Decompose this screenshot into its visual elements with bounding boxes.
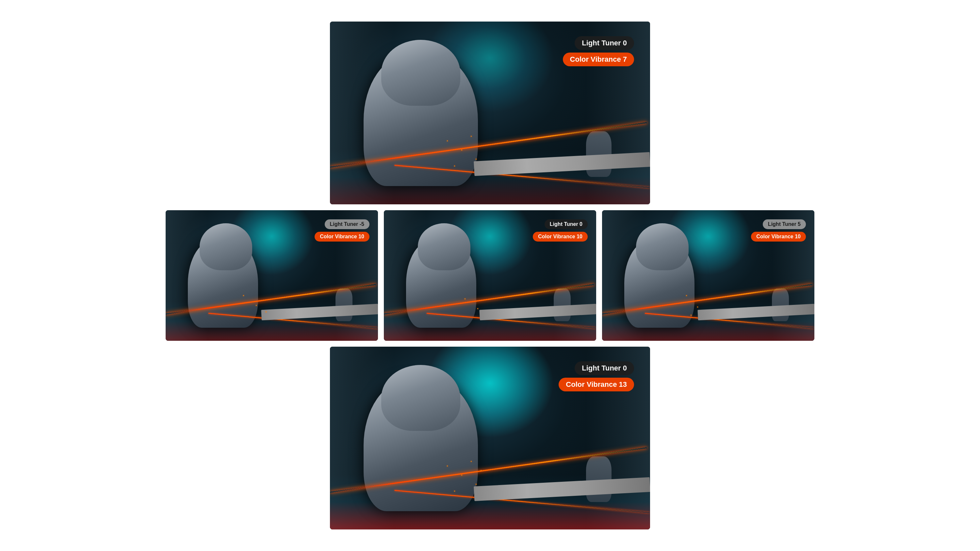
game-background: Light Tuner 0 Color Vibrance 7 xyxy=(330,22,650,204)
light-tuner-label: Light Tuner -5 xyxy=(330,221,364,227)
card-badges: Light Tuner 0 Color Vibrance 10 xyxy=(533,219,588,241)
spark-2 xyxy=(461,475,462,476)
top-row: Light Tuner 0 Color Vibrance 7 xyxy=(330,22,650,204)
creature-head xyxy=(381,40,461,106)
spark-1 xyxy=(447,465,448,467)
card-top-center[interactable]: Light Tuner 0 Color Vibrance 7 xyxy=(330,22,650,204)
spark-3 xyxy=(476,159,477,160)
spark-2 xyxy=(477,308,478,309)
game-background: Light Tuner -5 Color Vibrance 10 xyxy=(165,210,378,341)
color-vibrance-badge: Color Vibrance 10 xyxy=(751,232,806,241)
creature-head xyxy=(381,365,461,431)
card-badges: Light Tuner 5 Color Vibrance 10 xyxy=(751,219,806,241)
spark-3 xyxy=(690,315,692,316)
light-tuner-label: Light Tuner 0 xyxy=(582,364,627,372)
sparks xyxy=(442,456,490,502)
spark-1 xyxy=(243,295,244,296)
game-background: Light Tuner 0 Color Vibrance 10 xyxy=(384,210,596,341)
light-tuner-badge: Light Tuner -5 xyxy=(325,219,369,229)
spark-6 xyxy=(480,470,482,471)
card-badges: Light Tuner -5 Color Vibrance 10 xyxy=(315,219,369,241)
spark-1 xyxy=(465,299,466,299)
color-vibrance-label: Color Vibrance 13 xyxy=(566,380,627,389)
card-mid-right[interactable]: Light Tuner 5 Color Vibrance 10 xyxy=(602,210,815,341)
light-tuner-label: Light Tuner 5 xyxy=(768,221,801,227)
game-background: Light Tuner 5 Color Vibrance 10 xyxy=(602,210,815,341)
spark-2 xyxy=(697,306,698,308)
card-bottom-center[interactable]: Light Tuner 0 Color Vibrance 13 xyxy=(330,347,650,529)
spark-1 xyxy=(686,295,687,296)
spark-5 xyxy=(454,165,455,167)
sparks xyxy=(442,131,490,177)
spark-1 xyxy=(447,140,448,141)
spark-4 xyxy=(471,461,472,462)
spark-5 xyxy=(454,491,455,492)
light-tuner-badge: Light Tuner 5 xyxy=(763,219,806,229)
card-badges: Light Tuner 0 Color Vibrance 7 xyxy=(563,36,634,66)
card-mid-left[interactable]: Light Tuner -5 Color Vibrance 10 xyxy=(165,210,378,341)
game-background: Light Tuner 0 Color Vibrance 13 xyxy=(330,347,650,529)
spark-3 xyxy=(476,484,477,485)
mid-row: Light Tuner -5 Color Vibrance 10 xyxy=(165,210,815,341)
color-vibrance-label: Color Vibrance 10 xyxy=(320,234,364,240)
color-vibrance-badge: Color Vibrance 10 xyxy=(315,232,369,241)
color-vibrance-badge: Color Vibrance 13 xyxy=(558,378,634,391)
sparks xyxy=(458,289,490,321)
color-vibrance-badge: Color Vibrance 10 xyxy=(533,232,588,241)
color-vibrance-label: Color Vibrance 10 xyxy=(538,234,582,240)
bottom-row: Light Tuner 0 Color Vibrance 13 xyxy=(330,347,650,529)
color-vibrance-label: Color Vibrance 10 xyxy=(756,234,801,240)
creature-head xyxy=(636,223,689,270)
main-grid: Light Tuner 0 Color Vibrance 7 xyxy=(159,15,821,536)
creature-head xyxy=(200,223,252,270)
color-vibrance-badge: Color Vibrance 7 xyxy=(563,52,634,66)
sparks xyxy=(676,289,708,321)
spark-3 xyxy=(266,311,267,313)
card-badges: Light Tuner 0 Color Vibrance 13 xyxy=(558,361,634,391)
light-tuner-badge: Light Tuner 0 xyxy=(544,219,588,229)
card-mid-center[interactable]: Light Tuner 0 Color Vibrance 10 xyxy=(384,210,596,341)
spark-4 xyxy=(471,136,472,137)
light-tuner-label: Light Tuner 0 xyxy=(582,39,627,47)
light-tuner-badge: Light Tuner 0 xyxy=(574,36,634,50)
spark-2 xyxy=(256,305,257,306)
light-tuner-label: Light Tuner 0 xyxy=(550,221,582,227)
creature-head xyxy=(418,223,470,270)
sparks xyxy=(240,289,272,321)
light-tuner-badge: Light Tuner 0 xyxy=(574,361,634,375)
color-vibrance-label: Color Vibrance 7 xyxy=(570,55,627,64)
spark-2 xyxy=(461,149,462,151)
